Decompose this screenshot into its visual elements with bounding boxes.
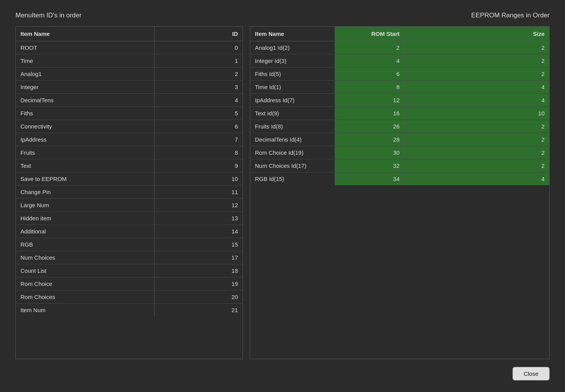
left-row-id: 1 [155, 54, 243, 67]
right-table-row: DecimalTens Id(4)282 [250, 133, 549, 146]
tables-row: Item Name ID ROOT0Time1Analog12Integer3D… [15, 26, 550, 359]
left-table-header: Item Name ID [16, 27, 243, 41]
right-table-row: Integer Id(3)42 [250, 54, 549, 68]
right-row-name: Fruits Id(8) [250, 120, 335, 133]
right-row-size: 2 [405, 120, 549, 133]
right-table-body[interactable]: Analog1 Id(2)22Integer Id(3)42Fiths Id(5… [250, 41, 549, 359]
right-row-rom-start: 26 [335, 120, 405, 133]
right-row-name: Analog1 Id(2) [250, 41, 335, 54]
right-table-header: Item Name ROM Start Size [250, 27, 549, 41]
right-row-rom-start: 12 [335, 94, 405, 106]
left-row-id: 2 [155, 68, 243, 80]
right-row-rom-start: 4 [335, 54, 405, 67]
left-table-row: DecimalTens4 [16, 94, 243, 107]
close-button[interactable]: Close [513, 367, 550, 380]
right-row-name: Text Id(9) [250, 107, 335, 120]
left-table-row: Rom Choice19 [16, 277, 243, 291]
right-row-name: Fiths Id(5) [250, 68, 335, 80]
left-row-name: Integer [16, 81, 155, 93]
left-table-row: Num Choices17 [16, 251, 243, 264]
right-table-row: RGB Id(15)344 [250, 172, 549, 185]
left-row-name: DecimalTens [16, 94, 155, 106]
right-table-row: Text Id(9)1610 [250, 107, 549, 120]
left-table-body[interactable]: ROOT0Time1Analog12Integer3DecimalTens4Fi… [16, 41, 243, 359]
left-section-title: MenuItem ID's in order [15, 12, 81, 19]
left-row-id: 8 [155, 146, 243, 159]
right-table-row: Fruits Id(8)262 [250, 120, 549, 133]
right-row-rom-start: 32 [335, 159, 405, 172]
left-table-row: Change Pin11 [16, 186, 243, 199]
left-row-name: Large Num [16, 199, 155, 211]
left-row-name: ROOT [16, 41, 155, 54]
left-col-header-id: ID [155, 27, 243, 41]
right-table-row: Time Id(1)84 [250, 81, 549, 94]
left-table-row: Fruits8 [16, 146, 243, 159]
left-row-id: 9 [155, 159, 243, 172]
bottom-bar: Close [15, 367, 550, 380]
right-row-size: 10 [405, 107, 549, 120]
left-row-name: Hidden item [16, 212, 155, 225]
left-row-name: Connectivity [16, 120, 155, 133]
right-row-name: Rom Choice Id(19) [250, 146, 335, 159]
right-table-row: Num Choices Id(17)322 [250, 159, 549, 172]
right-section-title: EEPROM Ranges in Order [471, 12, 550, 19]
right-table-row: IpAddress Id(7)124 [250, 94, 549, 107]
left-row-id: 7 [155, 133, 243, 146]
left-table-row: Additional14 [16, 225, 243, 238]
right-col-header-rom-start: ROM Start [335, 27, 405, 41]
right-row-size: 2 [405, 68, 549, 80]
left-row-name: Fruits [16, 146, 155, 159]
right-row-size: 2 [405, 133, 549, 146]
left-row-name: Count List [16, 264, 155, 277]
left-table-row: Fiths5 [16, 107, 243, 120]
right-row-size: 2 [405, 54, 549, 67]
left-row-name: Time [16, 54, 155, 67]
left-row-id: 6 [155, 120, 243, 133]
left-row-name: RGB [16, 238, 155, 251]
left-row-id: 4 [155, 94, 243, 106]
right-row-size: 4 [405, 94, 549, 106]
left-col-header-name: Item Name [16, 27, 155, 41]
left-row-id: 12 [155, 199, 243, 211]
left-table-row: Large Num12 [16, 199, 243, 212]
right-row-name: Time Id(1) [250, 81, 335, 93]
left-table-row: Item Num21 [16, 304, 243, 316]
right-row-rom-start: 34 [335, 172, 405, 185]
right-table-row: Fiths Id(5)62 [250, 68, 549, 81]
right-row-rom-start: 28 [335, 133, 405, 146]
left-table-row: Save to EEPROM10 [16, 172, 243, 186]
left-row-name: Change Pin [16, 186, 155, 198]
left-row-id: 17 [155, 251, 243, 264]
left-row-id: 13 [155, 212, 243, 225]
right-row-rom-start: 6 [335, 68, 405, 80]
right-row-name: DecimalTens Id(4) [250, 133, 335, 146]
right-table-panel: Item Name ROM Start Size Analog1 Id(2)22… [250, 26, 550, 359]
left-row-name: IpAddress [16, 133, 155, 146]
left-table-row: RGB15 [16, 238, 243, 251]
right-col-header-name: Item Name [250, 27, 335, 41]
right-row-name: RGB Id(15) [250, 172, 335, 185]
left-row-name: Fiths [16, 107, 155, 120]
right-table-row: Analog1 Id(2)22 [250, 41, 549, 54]
right-row-size: 2 [405, 159, 549, 172]
right-row-size: 4 [405, 172, 549, 185]
left-table-row: Count List18 [16, 264, 243, 277]
right-row-rom-start: 2 [335, 41, 405, 54]
top-headers: MenuItem ID's in order EEPROM Ranges in … [15, 12, 550, 19]
left-row-name: Num Choices [16, 251, 155, 264]
right-col-header-size: Size [405, 27, 549, 41]
left-row-name: Rom Choices [16, 291, 155, 303]
left-row-name: Additional [16, 225, 155, 238]
left-table-row: Rom Choices20 [16, 291, 243, 304]
left-row-name: Analog1 [16, 68, 155, 80]
left-table-row: Integer3 [16, 81, 243, 94]
right-row-rom-start: 8 [335, 81, 405, 93]
right-row-name: Num Choices Id(17) [250, 159, 335, 172]
left-table-row: Text9 [16, 159, 243, 172]
left-row-id: 5 [155, 107, 243, 120]
left-row-name: Item Num [16, 304, 155, 316]
left-row-id: 18 [155, 264, 243, 277]
left-row-name: Save to EEPROM [16, 172, 155, 185]
left-row-id: 14 [155, 225, 243, 238]
right-row-size: 2 [405, 146, 549, 159]
